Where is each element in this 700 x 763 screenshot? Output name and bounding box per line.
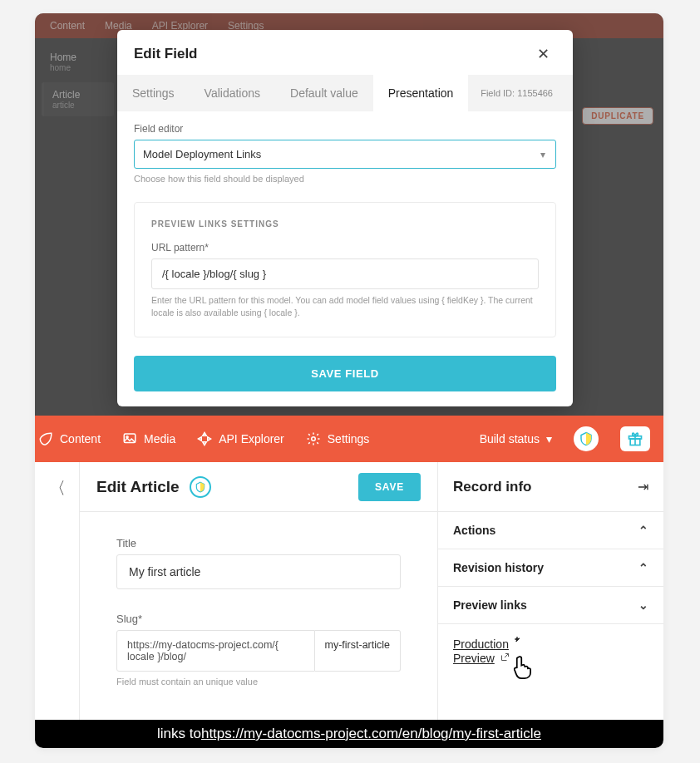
preview-links-settings: PREVIEW LINKS SETTINGS URL pattern* /{ l… [134,202,556,337]
slug-input[interactable]: https://my-datocms-project.com/{ locale … [116,630,401,672]
api-icon [197,431,212,446]
chevron-up-icon: ⌃ [638,524,648,537]
field-editor-value: Model Deployment Links [143,148,261,160]
title-input[interactable]: My first article [116,554,401,589]
tab-presentation[interactable]: Presentation [373,75,469,111]
field-id-label: Field ID: 1155466 [481,88,566,98]
bg-actions: DUPLICATE [582,107,653,125]
tab-default-value[interactable]: Default value [275,75,373,111]
bg-sidebar-item: Home home [42,45,114,79]
accordion-label: Revision history [453,561,544,574]
chevron-down-icon: ▾ [540,149,545,160]
save-button[interactable]: SAVE [358,473,421,501]
nav-content[interactable]: Content [38,431,101,446]
save-field-label: SAVE FIELD [311,367,379,380]
tab-settings[interactable]: Settings [117,75,190,111]
url-pattern-input[interactable]: /{ locale }/blog/{ slug } [151,258,539,289]
slug-value[interactable]: my-first-article [315,630,401,672]
footer-url[interactable]: https://my-datocms-project.com/en/blog/m… [201,726,541,742]
build-status[interactable]: Build status ▾ [480,432,552,445]
url-pattern-help: Enter the URL pattern for this model. Yo… [151,294,539,318]
gear-icon [306,431,321,446]
page-title: Edit Article [96,478,180,496]
nav-label: Media [144,432,175,445]
slug-help: Field must contain an unique value [116,677,401,687]
nav-label: Settings [328,432,370,445]
accordion-label: Preview links [453,598,527,612]
bg-sidebar-sub: home [50,63,106,72]
slug-prefix: https://my-datocms-project.com/{ locale … [116,630,315,672]
nav-api-explorer[interactable]: API Explorer [197,431,284,446]
duplicate-button: DUPLICATE [582,107,653,125]
nav-media[interactable]: Media [122,431,175,446]
editor-view: Content Media API Explorer Settings [35,416,663,748]
cursor-pointer-icon [511,653,535,685]
nav-label: API Explorer [219,432,284,445]
external-link-icon [500,652,510,665]
modal-tabs: Settings Validations Default value Prese… [117,75,573,111]
svg-point-2 [312,437,316,441]
modal-title: Edit Field [134,46,198,62]
record-info-title: Record info [453,479,531,495]
production-link[interactable]: Production [453,637,509,651]
expand-icon[interactable]: ⇥ [638,479,648,495]
save-field-button[interactable]: SAVE FIELD [134,356,556,391]
save-label: SAVE [375,481,404,493]
leaf-icon [38,431,53,446]
back-icon[interactable]: 〈 [49,477,66,500]
footer-url-bar: links to https://my-datocms-project.com/… [35,720,663,748]
field-editor-select[interactable]: Model Deployment Links ▾ [134,140,556,169]
field-editor-label: Field editor [134,123,556,135]
preview-link[interactable]: Preview [453,652,495,665]
gift-icon[interactable] [620,426,650,451]
title-value: My first article [129,565,200,578]
title-label: Title [116,537,401,549]
bg-sidebar-item-active: Article article [42,82,114,116]
topbar: Content Media API Explorer Settings [35,416,663,462]
logo-icon[interactable] [574,426,599,451]
field-editor-help: Choose how this field should be displaye… [134,174,556,184]
image-icon [122,431,137,446]
nav-label: Content [60,432,101,445]
shield-icon [190,476,211,498]
accordion-label: Actions [453,524,495,537]
chevron-down-icon: ▾ [546,432,552,445]
chevron-up-icon: ⌃ [638,561,648,574]
close-icon[interactable]: ✕ [530,42,556,66]
nav-settings[interactable]: Settings [306,431,370,446]
click-burst-icon [514,636,527,652]
build-status-label: Build status [480,432,540,445]
settings-title: PREVIEW LINKS SETTINGS [151,219,539,229]
bg-nav-item: Content [50,20,85,32]
tab-validations[interactable]: Validations [190,75,275,111]
bg-sidebar-label: Article [52,89,80,101]
preview-links-body: Production Preview [438,624,663,677]
slug-label: Slug* [116,613,401,625]
accordion-actions[interactable]: Actions ⌃ [438,512,663,549]
accordion-revision-history[interactable]: Revision history ⌃ [438,549,663,587]
url-pattern-value: /{ locale }/blog/{ slug } [162,268,266,280]
footer-prefix: links to [157,726,201,742]
edit-field-modal: Edit Field ✕ Settings Validations Defaul… [117,30,573,406]
bg-sidebar-label: Home [50,52,76,63]
chevron-down-icon: ⌄ [638,598,648,612]
bg-sidebar-sub: article [52,101,106,110]
accordion-preview-links[interactable]: Preview links ⌄ [438,587,663,624]
bg-sidebar: Home home Article article [35,38,121,126]
url-pattern-label: URL pattern* [151,242,539,254]
